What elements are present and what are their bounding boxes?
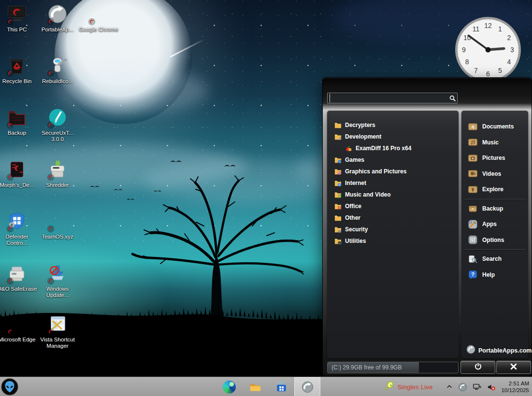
tool-item[interactable]: ? Help — [461, 267, 528, 283]
taskbar-button[interactable] — [268, 377, 294, 396]
cat-dev-icon — [333, 133, 343, 141]
desktop-icon[interactable]: Recycle Bin — [0, 55, 37, 85]
tool-label: Help — [482, 271, 495, 278]
desktop-icon-label: TeamOS.xyz — [37, 234, 78, 240]
tray-volume-muted-icon[interactable] — [487, 382, 496, 392]
desktop-icon[interactable]: Google Chrome — [78, 3, 119, 33]
red-dragon-badge-icon — [88, 18, 96, 26]
app-category-item[interactable]: Music and Video — [327, 189, 459, 200]
place-item[interactable]: Pictures — [461, 150, 528, 166]
desktop-icon[interactable]: PortableAp... — [37, 3, 78, 33]
desktop-icon-label: Morph's_De... — [0, 182, 37, 188]
red-dragon-badge-icon — [6, 70, 14, 77]
red-dragon-badge-icon — [6, 18, 14, 26]
app-category-item[interactable]: Graphics and Pictures — [327, 166, 459, 177]
place-item[interactable]: Music — [461, 135, 528, 151]
desktop-icon[interactable]: Defender Contro... — [0, 210, 37, 246]
app-category-panel: Decrypters Development ExamDiff 16 Pro x… — [327, 111, 459, 358]
svg-text:4: 4 — [507, 58, 511, 66]
desktop-icon[interactable]: Morph's_De... — [0, 158, 37, 188]
red-dragon-badge-icon — [6, 225, 14, 233]
desktop-icon-label: This PC — [0, 27, 37, 33]
app-category-item[interactable]: Other — [327, 212, 459, 224]
cat-office-icon — [333, 203, 343, 210]
action-label: Options — [482, 237, 504, 243]
tool-item[interactable]: Search — [461, 251, 528, 267]
svg-text:8: 8 — [465, 58, 469, 66]
place-item[interactable]: Explore — [461, 182, 528, 198]
desktop-icon[interactable]: Vista Shortcut Manager — [37, 313, 78, 349]
place-label: Music — [482, 139, 499, 146]
place-label: Explore — [482, 186, 503, 193]
action-label: Apps — [482, 221, 497, 227]
search-input[interactable] — [330, 94, 447, 102]
desktop-icon[interactable]: Microsoft Edge — [0, 313, 37, 343]
app-category-item[interactable]: Office — [327, 200, 459, 212]
action-item[interactable]: Options — [461, 232, 528, 248]
app-category-item[interactable]: Internet — [327, 177, 459, 189]
sports-racket-icon — [384, 381, 394, 393]
action-item[interactable]: Apps — [461, 216, 528, 232]
drive-space-label: (C:) 29.9GB free of 99.9GB — [331, 362, 402, 373]
svg-text:12: 12 — [484, 22, 492, 29]
start-button[interactable] — [1, 378, 18, 396]
red-dragon-badge-icon — [47, 277, 55, 285]
red-dragon-badge-icon — [47, 70, 55, 77]
clock-time: 2:51 AM — [501, 380, 529, 387]
app-category-item[interactable]: Decrypters — [327, 119, 459, 131]
cat-folder-icon — [333, 122, 343, 129]
pl-search-icon — [466, 254, 479, 264]
svg-text:7: 7 — [474, 67, 478, 74]
taskbar-button[interactable] — [294, 377, 320, 396]
app-search-box[interactable] — [327, 93, 458, 103]
red-dragon-badge-icon — [47, 121, 55, 129]
category-label: Utilities — [345, 238, 366, 244]
svg-text:2: 2 — [507, 34, 511, 42]
alien-start-icon — [1, 378, 18, 396]
desktop-icon-label: Defender Contro... — [0, 234, 37, 246]
pl-backup-icon — [466, 203, 479, 213]
desktop-icon[interactable]: Shredder — [37, 158, 78, 188]
brand-label: PortableApps.com — [478, 347, 532, 354]
place-item[interactable]: Videos — [461, 166, 528, 182]
place-label: Videos — [482, 170, 501, 177]
app-category-item[interactable]: Development — [327, 131, 459, 142]
category-label: Office — [345, 203, 361, 210]
tray-chevron-up-icon[interactable] — [446, 383, 453, 390]
action-item[interactable]: Backup — [461, 201, 528, 217]
tb-edge-icon — [223, 381, 236, 394]
desktop-icon[interactable]: This PC — [0, 3, 37, 33]
desktop-icon[interactable]: O&O SafeErase — [0, 262, 37, 292]
place-item[interactable]: Documents — [461, 119, 528, 135]
desktop-icon-label: RebuildIco... — [37, 78, 78, 85]
app-category-item[interactable]: Utilities — [327, 235, 459, 247]
tray-network-icon[interactable] — [473, 382, 481, 391]
news-widget[interactable]: Singles Live — [384, 381, 433, 393]
portableapps-brand[interactable]: PortableApps.com — [463, 345, 532, 356]
taskbar-button[interactable] — [242, 377, 268, 396]
desktop-icon[interactable]: TeamOS.xyz — [37, 210, 78, 240]
desktop-icon[interactable]: Backup — [0, 106, 37, 136]
category-label: Games — [345, 156, 364, 163]
desktop-icon-label: Backup — [0, 130, 37, 136]
app-category-item[interactable]: Security — [327, 224, 459, 235]
tray-portableapps-icon[interactable] — [458, 382, 467, 392]
taskbar-button[interactable] — [216, 377, 242, 396]
power-button[interactable] — [460, 361, 495, 374]
pl-documents-icon — [466, 122, 479, 132]
action-label: Backup — [482, 205, 503, 212]
app-category-item[interactable]: Games — [327, 154, 459, 166]
desktop-icon[interactable]: SecureUxT... 3.0.0 — [37, 106, 78, 142]
clock-gadget[interactable]: 123456789101112 — [453, 15, 523, 85]
app-category-item[interactable]: ExamDiff 16 Pro x64 — [327, 142, 459, 154]
desktop-icon[interactable]: RebuildIco... — [37, 55, 78, 85]
pl-music-icon — [466, 137, 479, 147]
cat-folder-icon — [333, 214, 343, 222]
search-icon[interactable] — [447, 95, 457, 102]
desktop-icon-label: O&O SafeErase — [0, 286, 37, 292]
category-label: Development — [345, 133, 381, 140]
desktop-icon[interactable]: Windows Update... — [37, 262, 78, 298]
red-dragon-badge-icon — [47, 173, 55, 181]
taskbar-clock[interactable]: 2:51 AM 10/12/2025 — [501, 380, 529, 394]
close-menu-button[interactable] — [496, 361, 531, 374]
